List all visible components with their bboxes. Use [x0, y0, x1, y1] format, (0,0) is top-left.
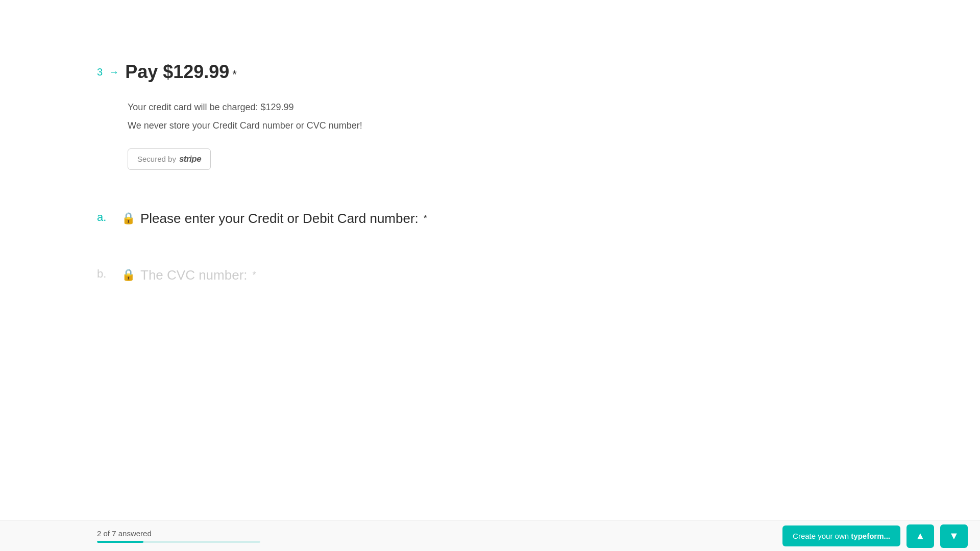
nav-down-icon: ▼ [949, 530, 959, 542]
nav-up-icon: ▲ [915, 530, 925, 542]
step-number: 3 [97, 66, 103, 78]
sub-question-b-star: * [253, 270, 256, 281]
bottom-right: Create your own typeform... ▲ ▼ [782, 524, 968, 548]
lock-icon-a: 🔒 [121, 212, 135, 225]
stripe-brand: stripe [179, 154, 201, 164]
main-content: 3 → Pay $129.99* Your credit card will b… [0, 0, 980, 520]
step-header: 3 → Pay $129.99* [97, 61, 980, 83]
bottom-bar: 2 of 7 answered Create your own typeform… [0, 520, 980, 551]
sub-question-b-text: The CVC number: [140, 267, 248, 283]
step-body: Your credit card will be charged: $129.9… [97, 99, 980, 170]
sub-question-b: b. 🔒 The CVC number: * [97, 267, 980, 283]
nav-up-button[interactable]: ▲ [906, 524, 934, 548]
step-title: Pay $129.99* [125, 61, 237, 83]
stripe-prefix: Secured by [137, 155, 176, 163]
sub-label-a: a. [97, 211, 112, 224]
sub-label-b: b. [97, 267, 112, 281]
lock-icon-b: 🔒 [121, 268, 135, 282]
nav-down-button[interactable]: ▼ [940, 524, 968, 548]
sub-question-b-content: 🔒 The CVC number: * [121, 267, 256, 283]
typeform-cta-normal: Create your own [793, 532, 851, 540]
step-arrow: → [109, 66, 119, 78]
sub-question-a-star: * [424, 213, 427, 224]
progress-text: 2 of 7 answered [97, 529, 260, 538]
sub-question-a-text: Please enter your Credit or Debit Card n… [140, 211, 419, 227]
charge-line1: Your credit card will be charged: $129.9… [128, 99, 980, 115]
progress-section: 2 of 7 answered [97, 529, 260, 543]
charge-line2: We never store your Credit Card number o… [128, 117, 980, 134]
stripe-badge: Secured by stripe [128, 148, 211, 170]
typeform-cta-button[interactable]: Create your own typeform... [782, 525, 900, 546]
typeform-cta-bold: typeform... [851, 532, 890, 540]
progress-bar-track [97, 541, 260, 543]
progress-bar-fill [97, 541, 143, 543]
sub-question-a: a. 🔒 Please enter your Credit or Debit C… [97, 211, 980, 227]
sub-question-a-content: 🔒 Please enter your Credit or Debit Card… [121, 211, 427, 227]
